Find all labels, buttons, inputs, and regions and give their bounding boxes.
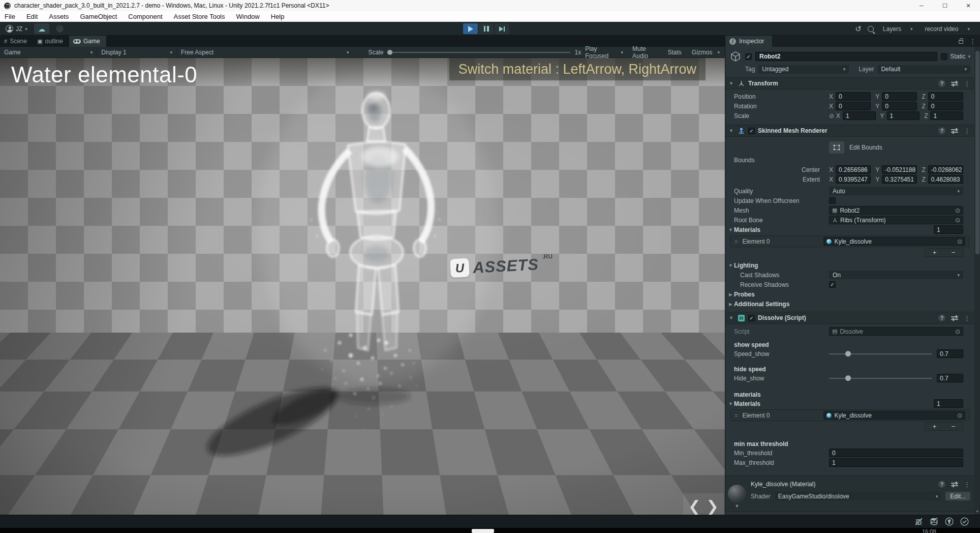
foldout-icon[interactable]: ▼	[728, 81, 734, 86]
dissolve-materials-count-field[interactable]: 1	[934, 399, 963, 408]
debugger-disabled-icon[interactable]	[914, 517, 923, 526]
scrollbar-thumb[interactable]	[975, 51, 979, 254]
scale-y-field[interactable]: 1	[887, 111, 920, 120]
remove-element-button[interactable]: −	[944, 423, 963, 430]
gameobject-name-field[interactable]: Robot2	[755, 52, 937, 61]
position-z-field[interactable]: 0	[928, 92, 963, 101]
smr-material-object-field[interactable]: Kyle_dissolve ⊙	[823, 237, 965, 246]
position-y-field[interactable]: 0	[882, 92, 917, 101]
dissolve-materials-foldout[interactable]: ▼ Materials 1	[725, 399, 974, 408]
lightbulb-icon[interactable]	[945, 517, 954, 526]
dissolve-material-object-field[interactable]: Kyle_dissolve ⊙	[823, 411, 965, 420]
gameobject-active-checkbox[interactable]: ✓	[745, 53, 752, 60]
object-picker-icon[interactable]: ⊙	[957, 238, 962, 245]
version-control-button[interactable]	[53, 23, 67, 34]
extent-x-field[interactable]: 0.9395247	[836, 175, 871, 184]
maximize-button[interactable]: ☐	[933, 0, 957, 11]
cache-server-icon[interactable]	[930, 517, 938, 526]
kebab-menu-icon[interactable]: ⋮	[964, 127, 970, 135]
taskbar-window-item[interactable]	[472, 529, 494, 533]
edit-bounds-button[interactable]	[829, 141, 844, 154]
center-y-field[interactable]: -0.0521188	[882, 165, 917, 174]
component-enabled-checkbox[interactable]: ✓	[748, 315, 755, 321]
gizmos-dropdown[interactable]: Gizmos ▾	[687, 47, 725, 57]
scroll-down-icon[interactable]: ▾	[974, 509, 980, 514]
dissolve-script-header[interactable]: ▼ ✓ Dissolve (Script) ? ⋮	[725, 312, 974, 324]
help-icon[interactable]: ?	[938, 481, 945, 488]
mesh-object-field[interactable]: ▦ Robot2 ⊙	[829, 206, 963, 215]
kebab-menu-icon[interactable]: ⋮	[964, 481, 970, 488]
foldout-icon[interactable]: ▼	[728, 128, 734, 133]
drag-handle-icon[interactable]: =	[734, 239, 737, 245]
mute-audio-toggle[interactable]: Mute Audio	[627, 47, 662, 57]
menu-file[interactable]: File	[0, 11, 21, 21]
shader-edit-button[interactable]: Edit...	[945, 492, 970, 500]
smr-materials-foldout[interactable]: ▼ Materials 1	[725, 225, 974, 234]
close-button[interactable]: ✕	[957, 0, 980, 11]
skinned-mesh-renderer-header[interactable]: ▼ ✓ Skinned Mesh Renderer ? ⋮	[725, 125, 974, 137]
object-picker-icon[interactable]: ⊙	[957, 412, 962, 419]
quality-dropdown[interactable]: Auto▾	[829, 187, 963, 195]
cloud-services-button[interactable]: ☁	[34, 23, 49, 34]
game-viewport[interactable]: Water elemental-0 Switch material : Left…	[0, 58, 725, 515]
hide-show-slider[interactable]	[829, 378, 932, 379]
stats-toggle[interactable]: Stats	[662, 47, 686, 57]
extent-y-field[interactable]: 0.3275451	[882, 175, 917, 184]
minimize-button[interactable]: ─	[910, 0, 933, 11]
tab-inspector[interactable]: i Inspector	[725, 36, 772, 47]
display-dropdown[interactable]: Display 1 ▾	[97, 47, 177, 57]
progress-check-icon[interactable]	[960, 517, 969, 526]
layers-dropdown[interactable]: Layers ▾	[880, 23, 916, 34]
tab-game[interactable]: Game	[69, 36, 106, 47]
undo-history-icon[interactable]: ↺	[855, 24, 862, 34]
probes-foldout[interactable]: ▶ Probes	[725, 289, 974, 299]
shader-dropdown[interactable]: EasyGameStudio/disslove ▾	[775, 492, 942, 500]
speed-show-slider-handle[interactable]	[845, 351, 851, 357]
max-threshold-field[interactable]: 1	[829, 458, 963, 467]
rotation-y-field[interactable]: 0	[882, 102, 917, 110]
preset-icon[interactable]	[951, 128, 958, 134]
position-x-field[interactable]: 0	[836, 92, 871, 101]
link-broken-icon[interactable]: ⊘	[829, 112, 834, 120]
preset-icon[interactable]	[951, 315, 958, 321]
remove-element-button[interactable]: −	[944, 249, 963, 256]
kebab-menu-icon[interactable]: ⋮	[964, 314, 970, 322]
static-dropdown-icon[interactable]: ▾	[968, 54, 970, 59]
extent-z-field[interactable]: 0.4628083	[928, 175, 963, 184]
help-icon[interactable]: ?	[938, 127, 945, 134]
speed-show-field[interactable]: 0.7	[937, 349, 963, 358]
search-icon[interactable]	[868, 26, 874, 32]
kebab-menu-icon[interactable]: ⋮	[964, 80, 970, 87]
prev-arrow-icon[interactable]: ❮	[688, 497, 701, 515]
rotation-z-field[interactable]: 0	[928, 102, 963, 110]
menu-help[interactable]: Help	[265, 11, 290, 21]
scale-slider[interactable]	[387, 52, 570, 53]
aspect-dropdown[interactable]: Free Aspect ▾	[177, 47, 353, 57]
dissolve-material-element-row[interactable]: = Element 0 Kyle_dissolve ⊙	[730, 409, 969, 421]
display-target-dropdown[interactable]: Game ▾	[0, 47, 97, 57]
menu-asset-store-tools[interactable]: Asset Store Tools	[168, 11, 231, 21]
scale-z-field[interactable]: 1	[930, 111, 963, 120]
next-arrow-icon[interactable]: ❯	[706, 497, 719, 515]
transform-header[interactable]: ▼ Transform ? ⋮	[725, 77, 974, 90]
hide-show-field[interactable]: 0.7	[937, 374, 963, 382]
scale-slider-handle[interactable]	[387, 50, 392, 55]
object-picker-icon[interactable]: ⊙	[955, 207, 960, 214]
foldout-icon[interactable]: ▼	[728, 315, 734, 320]
root-bone-object-field[interactable]: Ribs (Transform) ⊙	[829, 216, 963, 224]
rotation-x-field[interactable]: 0	[836, 102, 871, 110]
additional-settings-foldout[interactable]: ▶ Additional Settings	[725, 299, 974, 309]
static-checkbox[interactable]	[941, 53, 947, 60]
add-element-button[interactable]: +	[925, 423, 944, 430]
menu-assets[interactable]: Assets	[43, 11, 74, 21]
lock-icon[interactable]	[959, 40, 963, 44]
layout-dropdown[interactable]: record video ▾	[922, 23, 973, 34]
smr-material-element-row[interactable]: = Element 0 Kyle_dissolve ⊙	[730, 235, 969, 247]
lighting-foldout[interactable]: ▼ Lighting	[725, 260, 974, 270]
tab-outline[interactable]: ▣ outline	[33, 36, 69, 47]
menu-edit[interactable]: Edit	[21, 11, 43, 21]
script-object-field[interactable]: ▤ Dissolve ⊙	[829, 327, 963, 336]
center-x-field[interactable]: 0.2656586	[836, 165, 871, 174]
drag-handle-icon[interactable]: =	[734, 412, 737, 419]
center-z-field[interactable]: -0.0268062	[928, 165, 963, 174]
